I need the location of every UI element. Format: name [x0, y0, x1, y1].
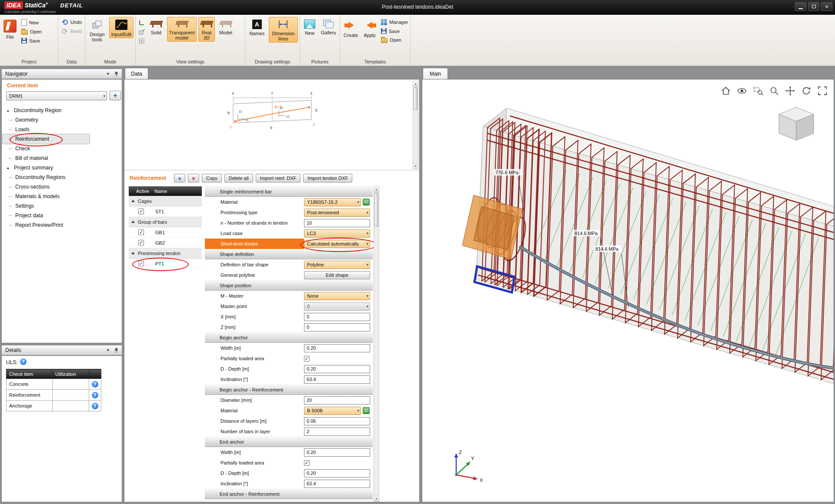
template-open-button[interactable]: Open — [380, 36, 409, 43]
input-width-m[interactable]: 0.20 — [304, 344, 370, 352]
real-3d-button[interactable]: Real 3D — [198, 17, 215, 42]
checkbox-partially-loaded-area[interactable]: ✓ — [304, 356, 310, 361]
scrollbar-thumb[interactable] — [374, 193, 378, 227]
open-button[interactable]: Open — [20, 28, 43, 35]
minimize-button[interactable] — [795, 2, 806, 11]
input-d-depth-m[interactable]: 0.20 — [304, 469, 370, 477]
design-tools-button[interactable]: Design tools — [87, 17, 107, 43]
tree-expander-icon[interactable]: ▴ — [7, 166, 14, 170]
active-checkbox[interactable]: ✓ — [138, 261, 144, 266]
transparent-model-button[interactable]: Transparent model — [167, 17, 197, 42]
template-save-button[interactable]: Save — [380, 28, 409, 34]
close-button[interactable]: × — [821, 2, 832, 11]
scroll-down-icon[interactable]: ▼ — [374, 496, 379, 501]
reinf-item-gb2[interactable]: ✓GB2 — [129, 238, 202, 248]
coordinate-system-icon[interactable] — [137, 19, 145, 27]
nav-item-settings[interactable]: Settings — [3, 201, 121, 211]
tab-main[interactable]: Main — [423, 68, 448, 79]
input-diameter-mm[interactable]: 20 — [304, 396, 370, 405]
pan-icon[interactable] — [784, 85, 796, 97]
add-region-button[interactable]: + — [110, 91, 121, 100]
import-tendon-dxf-button[interactable]: Import tendon DXF — [303, 174, 352, 182]
reinf-group-prestressing-tendon[interactable]: Prestressing tendon — [129, 248, 202, 259]
model-view-button[interactable]: Model — [217, 17, 235, 36]
visibility-icon[interactable] — [736, 85, 748, 97]
pin-icon[interactable] — [114, 348, 118, 353]
save-button[interactable]: Save — [20, 37, 43, 44]
help-icon[interactable]: ? — [92, 392, 98, 398]
zoom-icon[interactable] — [768, 85, 780, 97]
collapse-panel-icon[interactable]: ▼ — [106, 348, 110, 352]
reinf-group-group-of-bars[interactable]: Group of bars — [129, 217, 202, 227]
scroll-up-icon[interactable]: ▲ — [374, 187, 379, 192]
nav-item-discontinuity-regions[interactable]: Discontinuity Regions — [3, 172, 121, 182]
group-expander-icon[interactable] — [131, 200, 135, 202]
redo-button[interactable]: Redo — [60, 28, 83, 35]
names-button[interactable]: A Names — [247, 17, 267, 37]
dropdown-m-master[interactable]: None▾ — [304, 292, 370, 300]
material-editor-icon[interactable] — [363, 407, 370, 414]
scroll-down-icon[interactable]: ▼ — [413, 163, 418, 169]
template-create-button[interactable]: Create — [342, 17, 360, 39]
dropdown-master-point[interactable]: 0▾ — [304, 302, 370, 311]
scroll-up-icon[interactable]: ▲ — [413, 81, 418, 87]
input-number-of-bars-in-layer[interactable]: 2 — [304, 428, 370, 436]
nav-item-report-preview-print[interactable]: Report Preview/Print — [3, 220, 121, 230]
diagram-scrollbar[interactable]: ▲ ▼ — [413, 81, 418, 169]
collapse-panel-icon[interactable]: ▼ — [106, 72, 110, 76]
nav-item-loads[interactable]: Loads — [3, 125, 121, 134]
input-x-mm[interactable]: 0 — [304, 313, 370, 321]
nav-item-cross-sections[interactable]: Cross-sections — [3, 182, 121, 192]
material-editor-icon[interactable] — [363, 199, 370, 206]
picture-new-button[interactable]: New — [302, 17, 317, 37]
dropdown-load-case[interactable]: LC3▾ — [304, 229, 370, 238]
dropdown-short-term-losses[interactable]: Calculated automatically▾ — [304, 240, 370, 248]
reinf-group-cages[interactable]: Cages — [129, 196, 202, 206]
input-d-depth-m[interactable]: 0.20 — [304, 365, 370, 373]
nav-item-materials-models[interactable]: Materials & models — [3, 192, 121, 201]
input-width-m[interactable]: 0.20 — [304, 448, 370, 457]
help-icon[interactable]: ? — [20, 358, 27, 365]
nav-item-check[interactable]: Check — [3, 144, 121, 153]
nav-item-discontinuity-region[interactable]: ▴Discontinuity Region — [3, 106, 121, 115]
tree-expander-icon[interactable]: ▴ — [7, 108, 14, 113]
pin-icon[interactable] — [114, 71, 118, 77]
help-icon[interactable]: ? — [92, 403, 98, 409]
edit-shape-button[interactable]: Edit shape — [304, 271, 370, 279]
input-edit-button[interactable]: Input/Edit — [109, 17, 134, 38]
copy-button[interactable]: Copy — [202, 174, 222, 182]
3d-model-canvas[interactable]: 776.6 MPa 814.6 MPa 814.6 MPa — [422, 80, 834, 502]
zoom-window-icon[interactable] — [752, 85, 764, 97]
group-expander-icon[interactable] — [131, 252, 135, 254]
maximize-button[interactable] — [808, 2, 819, 11]
nav-item-reinforcement[interactable]: Reinforcement — [3, 134, 90, 144]
tab-data[interactable]: Data — [125, 68, 148, 79]
group-expander-icon[interactable] — [131, 221, 135, 223]
dropdown-material[interactable]: B 500B▾ — [304, 407, 361, 415]
active-checkbox[interactable]: ✓ — [138, 229, 144, 235]
template-apply-button[interactable]: Apply — [361, 17, 378, 39]
nav-item-project-summary[interactable]: ▴Project summary — [3, 163, 121, 172]
dimension-lines-button[interactable]: Dimension lines — [269, 17, 298, 43]
undo-button[interactable]: Undo — [60, 19, 83, 26]
checkbox-partially-loaded-area[interactable]: ✓ — [304, 460, 310, 466]
dropdown-material[interactable]: Y1860S7-15.2▾ — [304, 198, 361, 206]
properties-scrollbar[interactable]: ▲ ▼ — [374, 186, 379, 502]
reinf-item-pt1[interactable]: ✓PT1 — [129, 259, 202, 269]
fit-view-icon[interactable] — [816, 85, 828, 97]
navigation-cube[interactable] — [775, 105, 817, 143]
file-button[interactable]: File — [2, 17, 18, 41]
input-distance-of-layers-m[interactable]: 0.06 — [304, 417, 370, 425]
active-checkbox[interactable]: ✓ — [138, 240, 144, 245]
nav-item-geometry[interactable]: Geometry — [3, 115, 121, 125]
reinf-item-gb1[interactable]: ✓GB1 — [129, 227, 202, 238]
input-z-mm[interactable]: 0 — [304, 323, 370, 332]
home-icon[interactable] — [720, 85, 732, 97]
help-icon[interactable]: ? — [92, 381, 98, 388]
input-n-number-of-strands-in-tendon[interactable]: 10 — [304, 219, 370, 227]
new-button[interactable]: New — [20, 19, 43, 26]
dropdown-definition-of-bar-shape[interactable]: Polyline▾ — [304, 261, 370, 269]
gallery-button[interactable]: Gallery — [319, 17, 338, 36]
navigator-header[interactable]: Navigator ▼ — [1, 69, 122, 79]
reinf-item-st1[interactable]: ✓ST1 — [129, 206, 202, 217]
